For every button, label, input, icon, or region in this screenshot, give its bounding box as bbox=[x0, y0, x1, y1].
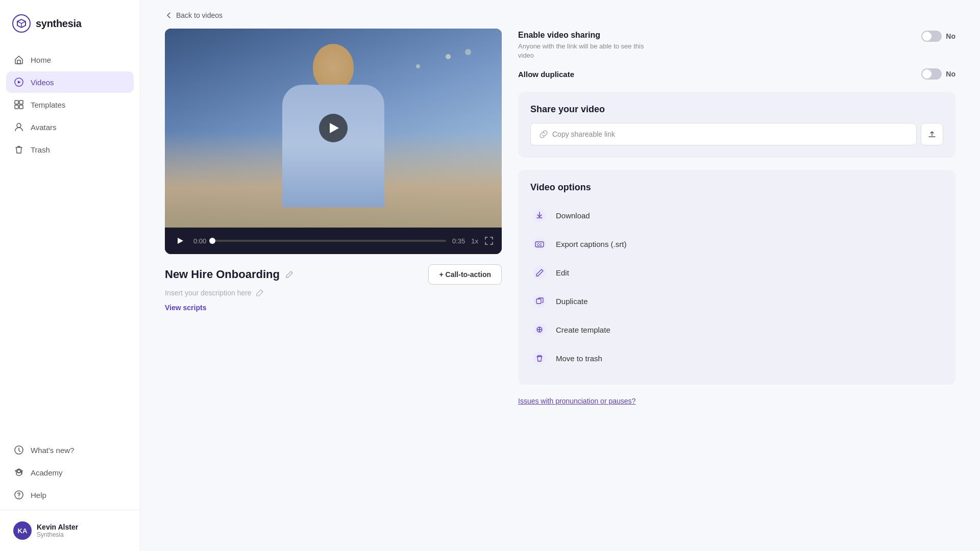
sidebar-item-label-templates: Templates bbox=[31, 101, 65, 109]
sidebar-item-label-home: Home bbox=[31, 56, 51, 64]
call-to-action-button[interactable]: + Call-to-action bbox=[428, 264, 502, 285]
sidebar-item-templates[interactable]: Templates bbox=[6, 94, 134, 115]
logo-area: synthesia bbox=[0, 0, 140, 45]
sidebar-item-whats-new[interactable]: What's new? bbox=[6, 439, 134, 461]
video-player: 0:00 0:35 1x bbox=[165, 29, 502, 254]
allow-duplicate-row: Allow duplicate No bbox=[518, 68, 955, 80]
sidebar-item-label-whats-new: What's new? bbox=[31, 446, 74, 455]
app-name: synthesia bbox=[36, 18, 82, 30]
sidebar-item-label-academy: Academy bbox=[31, 468, 63, 477]
svg-rect-6 bbox=[15, 105, 18, 109]
option-edit[interactable]: Edit bbox=[530, 258, 943, 287]
sidebar-item-label-videos: Videos bbox=[31, 78, 54, 87]
video-description-row: Insert your description here bbox=[165, 289, 502, 297]
duplicate-icon bbox=[530, 292, 549, 310]
share-card-title: Share your video bbox=[530, 104, 943, 115]
progress-dot bbox=[209, 238, 215, 244]
video-title-row: New Hire Onboarding + Call-to-action bbox=[165, 264, 502, 285]
upload-icon bbox=[927, 130, 937, 139]
svg-point-17 bbox=[533, 266, 546, 279]
option-duplicate-label: Duplicate bbox=[556, 297, 588, 306]
edit-title-icon[interactable] bbox=[285, 270, 294, 279]
sidebar: synthesia Home Videos bbox=[0, 0, 140, 551]
video-info: New Hire Onboarding + Call-to-action Ins… bbox=[165, 254, 502, 312]
enable-sharing-toggle[interactable] bbox=[921, 31, 942, 42]
enable-sharing-toggle-group: No bbox=[921, 31, 955, 42]
sidebar-user-section: KA Kevin Alster Synthesia bbox=[0, 510, 140, 551]
sharing-section: Enable video sharing Anyone with the lin… bbox=[518, 29, 955, 80]
options-title: Video options bbox=[530, 182, 943, 193]
video-description: Insert your description here bbox=[165, 289, 252, 297]
option-move-to-trash[interactable]: Move to trash bbox=[530, 344, 943, 372]
option-template-label: Create template bbox=[556, 325, 610, 334]
video-options-card: Video options Download bbox=[518, 170, 955, 385]
user-profile[interactable]: KA Kevin Alster Synthesia bbox=[6, 516, 134, 545]
main-content: Back to videos bbox=[140, 0, 980, 551]
enable-sharing-row: Enable video sharing Anyone with the lin… bbox=[518, 31, 955, 60]
play-pause-button[interactable] bbox=[173, 234, 187, 248]
sidebar-item-help[interactable]: Help bbox=[6, 484, 134, 506]
enable-sharing-sublabel: Anyone with the link will be able to see… bbox=[518, 42, 651, 60]
user-info: Kevin Alster Synthesia bbox=[37, 523, 78, 538]
svg-point-8 bbox=[17, 123, 21, 128]
enable-sharing-value: No bbox=[946, 32, 955, 40]
create-template-icon bbox=[530, 320, 549, 339]
edit-description-icon[interactable] bbox=[256, 289, 264, 297]
enable-sharing-label: Enable video sharing bbox=[518, 31, 651, 40]
svg-rect-7 bbox=[19, 105, 23, 109]
sidebar-item-label-help: Help bbox=[31, 491, 46, 499]
option-export-captions[interactable]: CC Export captions (.srt) bbox=[530, 230, 943, 258]
sidebar-item-home[interactable]: Home bbox=[6, 49, 134, 70]
home-icon bbox=[13, 54, 24, 65]
user-name: Kevin Alster bbox=[37, 523, 78, 531]
sidebar-item-trash[interactable]: Trash bbox=[6, 139, 134, 160]
current-time: 0:00 bbox=[193, 237, 206, 245]
progress-bar[interactable] bbox=[212, 240, 446, 242]
share-card: Share your video Copy shareable link bbox=[518, 92, 955, 158]
svg-text:CC: CC bbox=[537, 243, 542, 246]
fullscreen-button[interactable] bbox=[484, 236, 494, 245]
option-edit-label: Edit bbox=[556, 268, 569, 277]
option-captions-label: Export captions (.srt) bbox=[556, 240, 626, 248]
main-nav: Home Videos Templates bbox=[0, 45, 140, 510]
video-title: New Hire Onboarding bbox=[165, 268, 280, 281]
back-arrow-icon bbox=[165, 11, 173, 19]
allow-duplicate-label: Allow duplicate bbox=[518, 70, 574, 79]
option-download[interactable]: Download bbox=[530, 201, 943, 230]
sidebar-item-videos[interactable]: Videos bbox=[6, 71, 134, 93]
option-create-template[interactable]: Create template bbox=[530, 315, 943, 344]
enable-sharing-labels: Enable video sharing Anyone with the lin… bbox=[518, 31, 651, 60]
svg-rect-4 bbox=[15, 101, 18, 104]
end-time: 0:35 bbox=[452, 237, 465, 245]
svg-point-22 bbox=[533, 352, 546, 365]
view-scripts-link[interactable]: View scripts bbox=[165, 304, 206, 312]
video-section: 0:00 0:35 1x New Hi bbox=[165, 29, 502, 312]
download-icon bbox=[530, 206, 549, 224]
back-to-videos-link[interactable]: Back to videos bbox=[165, 0, 955, 29]
user-org: Synthesia bbox=[37, 531, 78, 538]
sidebar-item-academy[interactable]: Academy bbox=[6, 462, 134, 483]
svg-marker-3 bbox=[18, 81, 21, 84]
captions-icon: CC bbox=[530, 235, 549, 253]
svg-rect-5 bbox=[19, 101, 23, 104]
content-grid: 0:00 0:35 1x New Hi bbox=[165, 29, 955, 405]
link-icon bbox=[539, 130, 548, 139]
sidebar-item-label-avatars: Avatars bbox=[31, 123, 57, 132]
sidebar-item-avatars[interactable]: Avatars bbox=[6, 116, 134, 138]
allow-duplicate-toggle[interactable] bbox=[921, 68, 942, 80]
avatar: KA bbox=[13, 521, 32, 540]
copy-link-button[interactable]: Copy shareable link bbox=[530, 123, 917, 145]
video-controls: 0:00 0:35 1x bbox=[165, 228, 502, 254]
share-upload-button[interactable] bbox=[921, 123, 943, 145]
edit-icon bbox=[530, 263, 549, 282]
speed-button[interactable]: 1x bbox=[471, 237, 478, 245]
move-to-trash-icon bbox=[530, 349, 549, 367]
toggle-dot bbox=[922, 32, 932, 41]
option-duplicate[interactable]: Duplicate bbox=[530, 287, 943, 315]
issues-link[interactable]: Issues with pronunciation or pauses? bbox=[518, 397, 955, 405]
synthesia-logo-icon bbox=[12, 14, 31, 33]
option-trash-label: Move to trash bbox=[556, 354, 602, 363]
avatars-icon bbox=[13, 121, 24, 133]
play-button[interactable] bbox=[319, 114, 348, 142]
copy-link-label: Copy shareable link bbox=[552, 130, 615, 138]
